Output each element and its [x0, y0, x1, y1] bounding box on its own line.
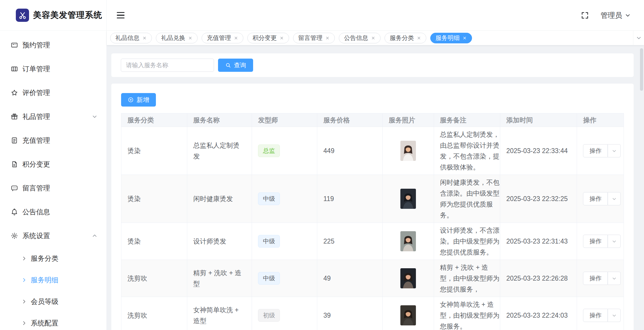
sidebar-item-points[interactable]: 积分变更 [0, 152, 106, 176]
cell-time: 2025-03-23 22:26:28 [500, 260, 577, 297]
tab-messages[interactable]: 留言管理 [293, 33, 335, 43]
cell-photo [383, 260, 434, 297]
service-name-input[interactable] [121, 59, 214, 72]
search-button[interactable]: 查询 [218, 59, 253, 72]
sidebar-menu: 预约管理订单管理评价管理礼品管理充值管理积分变更留言管理公告信息系统设置服务分类… [0, 31, 106, 330]
cell-stylist: 总监 [252, 127, 317, 175]
cell-service-name: 精剪 + 洗吹 + 造型 [187, 260, 252, 297]
sidebar-item-label: 预约管理 [22, 40, 98, 50]
search-icon [225, 62, 231, 68]
cell-time: 2025-03-23 22:32:25 [500, 175, 577, 223]
close-icon[interactable] [371, 36, 375, 40]
sidebar-item-label: 订单管理 [22, 64, 98, 74]
add-button[interactable]: 新增 [121, 93, 156, 107]
close-icon[interactable] [417, 36, 421, 40]
user-name: 管理员 [601, 11, 622, 20]
chevron-down-icon [636, 35, 642, 41]
sidebar-item-messages[interactable]: 留言管理 [0, 176, 106, 200]
app-window: 美容美发管理系统 预约管理订单管理评价管理礼品管理充值管理积分变更留言管理公告信… [0, 0, 644, 330]
service-photo [400, 268, 416, 288]
table-row: 洗剪吹精剪 + 洗吹 + 造型中级49精剪 + 洗吹 + 造型，由中级发型师为您… [121, 260, 624, 297]
tab-label: 服务明细 [435, 34, 460, 42]
sidebar-item-label: 公告信息 [22, 207, 98, 217]
close-icon[interactable] [142, 36, 147, 40]
close-icon[interactable] [188, 36, 192, 40]
row-action-split-button: 操作 [583, 144, 621, 157]
sidebar-item-label: 评价管理 [22, 88, 98, 97]
cell-category: 烫染 [121, 223, 187, 260]
tab-points[interactable]: 积分变更 [247, 33, 289, 43]
chevron-right-icon [21, 299, 27, 304]
sidebar-item-gifts[interactable]: 礼品管理 [0, 105, 106, 128]
sidebar-subitem-service-category[interactable]: 服务分类 [0, 248, 106, 269]
topbar-right: 管理员 [581, 11, 631, 20]
close-icon[interactable] [280, 36, 284, 40]
sidebar-subitem-system-config[interactable]: 系统配置 [0, 312, 106, 330]
cell-price: 39 [317, 297, 383, 330]
cell-action: 操作 [577, 127, 624, 175]
search-panel: 查询 [111, 53, 634, 77]
close-icon[interactable] [325, 36, 330, 40]
hamburger-icon[interactable] [117, 12, 125, 18]
row-action-split-button: 操作 [583, 309, 621, 322]
cell-service-name: 女神简单吹洗 + 造型 [187, 297, 252, 330]
cell-time: 2025-03-23 22:33:44 [500, 127, 577, 175]
row-action-button[interactable]: 操作 [583, 235, 608, 248]
tab-label: 留言管理 [298, 34, 322, 42]
fullscreen-icon[interactable] [581, 11, 589, 20]
sidebar-subitem-member-level[interactable]: 会员等级 [0, 291, 106, 312]
cell-service-name: 闲时健康烫发 [187, 175, 252, 223]
sidebar-item-appointments[interactable]: 预约管理 [0, 33, 106, 57]
sidebar-subitem-label: 服务明细 [31, 275, 58, 285]
row-action-dropdown[interactable] [608, 144, 621, 157]
tab-service-category[interactable]: 服务分类 [385, 33, 426, 43]
close-icon[interactable] [463, 36, 467, 40]
tab-service-detail[interactable]: 服务明细 [430, 33, 472, 43]
tab-gift-info[interactable]: 礼品信息 [110, 33, 152, 43]
row-action-split-button: 操作 [583, 192, 621, 205]
sidebar-item-recharge[interactable]: 充值管理 [0, 128, 106, 152]
tab-label: 礼品信息 [115, 34, 139, 42]
points-icon [11, 161, 18, 168]
topbar: 管理员 [107, 0, 644, 31]
services-table: 服务分类服务名称发型师服务价格服务照片服务备注添加时间操作 烫染总监私人定制烫发… [121, 113, 624, 330]
sidebar-subitem-service-detail[interactable]: 服务明细 [0, 269, 106, 291]
row-action-dropdown[interactable] [608, 272, 621, 285]
sidebar-item-orders[interactable]: 订单管理 [0, 57, 106, 81]
column-header: 发型师 [252, 113, 317, 127]
main-area: 管理员 礼品信息礼品兑换充值管理积分变更留言管理公告信息服务分类服务明细 查询 [107, 0, 644, 330]
tab-label: 服务分类 [390, 34, 414, 42]
tab-gift-exchange[interactable]: 礼品兑换 [156, 33, 198, 43]
row-action-button[interactable]: 操作 [583, 144, 608, 157]
table-row: 洗剪吹女神简单吹洗 + 造型初级39女神简单吹洗 + 造型，由初级发型师为您服务… [121, 297, 624, 330]
row-action-dropdown[interactable] [608, 192, 621, 205]
cell-service-name: 设计师烫发 [187, 223, 252, 260]
user-menu[interactable]: 管理员 [601, 11, 631, 20]
cell-action: 操作 [577, 175, 624, 223]
bell-icon [11, 208, 18, 216]
cell-category: 烫染 [121, 127, 187, 175]
tab-announcements[interactable]: 公告信息 [339, 33, 381, 43]
tabs-overflow-button[interactable] [633, 31, 644, 45]
scrollbar-thumb[interactable] [640, 48, 643, 91]
cell-time: 2025-03-23 22:24:03 [500, 297, 577, 330]
cell-photo [383, 297, 434, 330]
gift-icon [11, 113, 18, 120]
sidebar-item-announcements[interactable]: 公告信息 [0, 200, 106, 224]
row-action-button[interactable]: 操作 [583, 272, 608, 285]
row-action-button[interactable]: 操作 [583, 309, 608, 322]
cell-remark: 设计师烫发，不含漂染。由中级发型师为您提供优质服务。 [434, 223, 500, 260]
row-action-dropdown[interactable] [608, 309, 621, 322]
cell-remark: 总监私人定制烫发，由总监帮你设计并烫发，不包含漂染，提供极致体验。 [434, 127, 500, 175]
booking-icon [11, 41, 18, 49]
tab-recharge[interactable]: 充值管理 [202, 33, 243, 43]
tab-label: 积分变更 [253, 34, 277, 42]
cell-service-name: 总监私人定制烫发 [187, 127, 252, 175]
sidebar-item-reviews[interactable]: 评价管理 [0, 81, 106, 105]
close-icon[interactable] [234, 36, 238, 40]
cell-action: 操作 [577, 297, 624, 330]
row-action-button[interactable]: 操作 [583, 192, 608, 205]
row-action-dropdown[interactable] [608, 235, 621, 248]
sidebar-item-settings[interactable]: 系统设置 [0, 224, 106, 248]
table-row: 烫染设计师烫发中级225设计师烫发，不含漂染。由中级发型师为您提供优质服务。20… [121, 223, 624, 260]
